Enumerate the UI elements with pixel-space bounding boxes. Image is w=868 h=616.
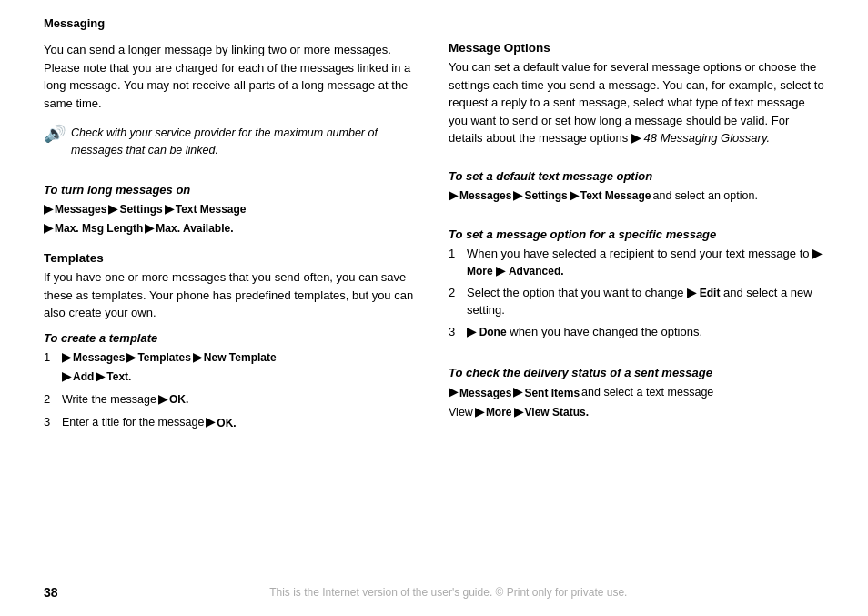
page-number: 38: [44, 585, 58, 600]
step1-messages: Messages: [73, 348, 125, 367]
so-step-1-content: When you have selected a recipient to se…: [467, 245, 824, 280]
arrow4: ▶: [44, 219, 53, 238]
left-column: You can send a longer message by linking…: [44, 41, 419, 578]
intro-paragraph: You can send a longer message by linking…: [44, 41, 419, 112]
do-text-message: Text Message: [580, 187, 651, 205]
so-step-3: 3 ▶ Done when you have changed the optio…: [449, 323, 824, 341]
so-step-3-content: ▶ Done when you have changed the options…: [467, 323, 824, 341]
ref-text: 48 Messaging Glossary.: [644, 131, 771, 145]
do-settings: Settings: [524, 187, 567, 205]
so-step-2-number: 2: [449, 284, 459, 319]
default-option-title: To set a default text message option: [449, 169, 824, 183]
so-step2-edit: Edit: [700, 287, 721, 299]
message-options-text: You can set a default value for several …: [449, 58, 824, 147]
so-step-2: 2 Select the option that you want to cha…: [449, 284, 824, 319]
step1-new-template: New Template: [204, 348, 277, 367]
step-3-number: 3: [44, 413, 55, 432]
page-header: Messaging: [44, 16, 824, 30]
footer-text: This is the Internet version of the user…: [73, 586, 824, 599]
step1-add: Add: [73, 368, 94, 386]
create-template-title: To create a template: [44, 331, 419, 345]
ds-messages: Messages: [459, 384, 511, 402]
step3-text: Enter a title for the message: [62, 413, 204, 432]
arrow5: ▶: [145, 219, 154, 238]
section1-path1: ▶ Messages ▶ Settings ▶ Text Message: [44, 200, 419, 219]
step2-ok: OK.: [169, 390, 188, 409]
step-3-content: Enter a title for the message ▶ OK.: [62, 413, 419, 432]
page: Messaging You can send a longer message …: [0, 0, 868, 616]
step3-ok: OK.: [217, 414, 236, 432]
default-option-section: To set a default text message option ▶ M…: [449, 160, 824, 206]
default-option-path: ▶ Messages ▶ Settings ▶ Text Message and…: [449, 187, 824, 206]
templates-heading: Templates: [44, 251, 419, 265]
so-step-1: 1 When you have selected a recipient to …: [449, 245, 824, 280]
so-step1-text: When you have selected a recipient to se…: [467, 247, 810, 260]
header-title: Messaging: [44, 16, 105, 30]
note-box: 🔊 Check with your service provider for t…: [44, 125, 419, 159]
max-available-item: Max. Available.: [156, 219, 233, 237]
specific-option-section: To set a message option for a specific m…: [449, 218, 824, 345]
step2-text: Write the message: [62, 390, 156, 409]
specific-option-steps: 1 When you have selected a recipient to …: [449, 245, 824, 341]
delivery-status-section: To check the delivery status of a sent m…: [449, 357, 824, 422]
so-step-2-content: Select the option that you want to chang…: [467, 284, 824, 319]
ds-view: View: [449, 403, 473, 422]
ds-sent-items: Sent Items: [524, 384, 580, 402]
messages-item1: Messages: [55, 200, 106, 218]
step-3: 3 Enter a title for the message ▶ OK.: [44, 413, 419, 432]
delivery-status-path2: View ▶ More ▶ View Status.: [449, 403, 824, 422]
ds-suffix1: and select a text message: [581, 383, 713, 402]
do-suffix: and select an option.: [653, 187, 758, 206]
so-step3-done: Done: [479, 326, 507, 338]
section1-title: To turn long messages on: [44, 183, 419, 197]
delivery-status-path: ▶ Messages ▶ Sent Items and select a tex…: [449, 383, 824, 402]
create-template-steps: 1 ▶ Messages ▶ Templates ▶ New Template: [44, 348, 419, 433]
so-step2-text: Select the option that you want to chang…: [467, 286, 684, 299]
step1-templates: Templates: [137, 348, 190, 367]
note-icon: 🔊: [44, 126, 64, 142]
message-options-section: Message Options You can set a default va…: [449, 41, 824, 160]
arrow2: ▶: [108, 200, 117, 219]
arrow1: ▶: [44, 200, 53, 219]
content-area: You can send a longer message by linking…: [44, 41, 824, 578]
settings-item1: Settings: [119, 200, 162, 218]
step1-text: Text.: [106, 368, 131, 386]
so-step3-suffix: when you have changed the options.: [510, 325, 702, 338]
text-message-item1: Text Message: [176, 200, 247, 218]
do-messages: Messages: [459, 187, 511, 205]
ds-view-status: View Status.: [525, 403, 589, 421]
ds-more: More: [486, 403, 512, 421]
step1-line2: ▶ Add ▶ Text.: [62, 368, 419, 387]
step-1-content: ▶ Messages ▶ Templates ▶ New Template ▶ …: [62, 348, 419, 388]
specific-option-title: To set a message option for a specific m…: [449, 227, 824, 241]
so-step1-advanced: Advanced.: [509, 265, 564, 278]
step-1: 1 ▶ Messages ▶ Templates ▶ New Template: [44, 348, 419, 388]
so-step-3-number: 3: [449, 323, 459, 341]
step-2-content: Write the message ▶ OK.: [62, 390, 419, 409]
step1-line1: ▶ Messages ▶ Templates ▶ New Template: [62, 348, 419, 368]
message-options-heading: Message Options: [449, 41, 824, 55]
so-step-1-number: 1: [449, 245, 459, 280]
note-text: Check with your service provider for the…: [71, 125, 419, 159]
templates-desc: If you have one or more messages that yo…: [44, 268, 419, 322]
arrow3: ▶: [165, 200, 174, 219]
page-footer: 38 This is the Internet version of the u…: [44, 578, 824, 600]
so-step1-more: More: [467, 265, 493, 278]
step-1-number: 1: [44, 348, 55, 388]
step-2: 2 Write the message ▶ OK.: [44, 390, 419, 409]
delivery-status-title: To check the delivery status of a sent m…: [449, 366, 824, 379]
section1-path2: ▶ Max. Msg Length ▶ Max. Available.: [44, 219, 419, 238]
step-2-number: 2: [44, 390, 55, 409]
right-column: Message Options You can set a default va…: [449, 41, 824, 578]
max-msg-item: Max. Msg Length: [55, 219, 143, 237]
